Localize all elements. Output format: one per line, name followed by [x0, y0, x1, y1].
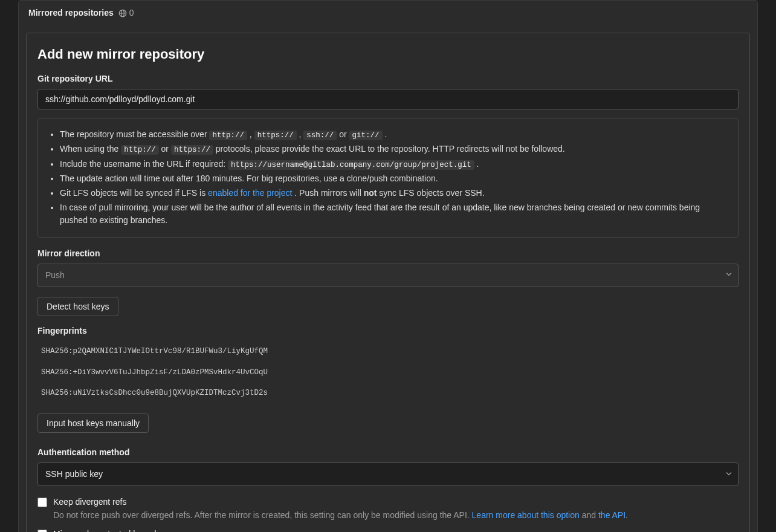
keep-divergent-row: Keep divergent refs Do not force push ov…: [37, 496, 739, 522]
fingerprint-line: SHA256:+DiY3wvvV6TuJJhbpZisF/zLDA0zPMSvH…: [37, 362, 739, 383]
the-api-link[interactable]: the API: [598, 510, 626, 520]
learn-more-option-link[interactable]: Learn more about this option: [472, 510, 580, 520]
fingerprint-line: SHA256:p2QAMXNIC1TJYWeIOttrVc98/R1BUFWu3…: [37, 341, 739, 362]
mirror-direction-select[interactable]: Push: [37, 264, 739, 287]
lfs-enabled-link[interactable]: enabled for the project: [208, 188, 292, 198]
help-item-exact-url: When using the http:// or https:// proto…: [60, 143, 727, 156]
mirror-protected-row: Mirror only protected branches If enable…: [37, 528, 739, 532]
mirror-protected-checkbox[interactable]: [37, 530, 47, 532]
auth-method-select[interactable]: SSH public key: [37, 462, 739, 486]
mirror-protected-label: Mirror only protected branches: [53, 528, 296, 532]
help-item-lfs: Git LFS objects will be synced if LFS is…: [60, 187, 727, 200]
auth-method-label: Authentication method: [37, 446, 739, 459]
globe-icon: 0: [118, 7, 134, 19]
help-item-protocols: The repository must be accessible over h…: [60, 128, 727, 141]
add-mirror-card: Add new mirror repository Git repository…: [26, 33, 750, 532]
panel-header: Mirrored repositories 0: [19, 1, 757, 25]
git-url-label: Git repository URL: [37, 73, 739, 85]
fingerprint-line: SHA256:uNiVztksCsDhcc0u9e8BujQXVUpKZIDTM…: [37, 383, 739, 404]
help-item-timeout: The update action will time out after 18…: [60, 172, 727, 186]
detect-host-keys-button[interactable]: Detect host keys: [37, 297, 118, 316]
help-item-username: Include the username in the URL if requi…: [60, 158, 727, 171]
keep-divergent-checkbox[interactable]: [37, 498, 47, 507]
mirror-direction-label: Mirror direction: [37, 247, 739, 260]
fingerprints-block: SHA256:p2QAMXNIC1TJYWeIOttrVc98/R1BUFWu3…: [37, 341, 739, 404]
git-url-input[interactable]: [37, 89, 739, 109]
url-help-box: The repository must be accessible over h…: [37, 118, 739, 238]
fingerprints-label: Fingerprints: [37, 325, 739, 337]
card-title: Add new mirror repository: [37, 44, 739, 64]
input-host-keys-button[interactable]: Input host keys manually: [37, 414, 149, 433]
repo-count: 0: [129, 7, 134, 19]
keep-divergent-desc: Do not force push over diverged refs. Af…: [53, 509, 628, 522]
mirrored-repos-panel: Mirrored repositories 0 Add new mirror r…: [18, 0, 758, 532]
keep-divergent-label: Keep divergent refs: [53, 496, 628, 508]
help-item-pull-mirror: In case of pull mirroring, your user wil…: [60, 201, 727, 227]
panel-title: Mirrored repositories: [28, 7, 114, 19]
